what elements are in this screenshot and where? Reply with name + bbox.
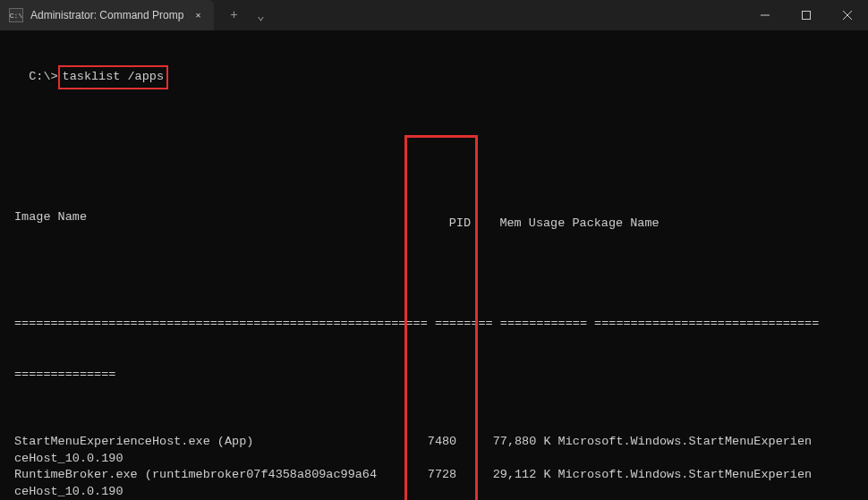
tab-title: Administrator: Command Promp (30, 9, 183, 21)
titlebar: C:\ Administrator: Command Promp ✕ + ⌄ (0, 0, 868, 30)
maximize-button[interactable] (786, 0, 827, 30)
tasklist-output: Image NamePID Mem Usage Package Name ===… (14, 142, 854, 500)
close-button[interactable] (827, 0, 868, 30)
window-controls (745, 0, 868, 30)
command-highlight: tasklist /apps (58, 65, 168, 89)
tab-actions: + ⌄ (214, 8, 268, 23)
table-row: RuntimeBroker.exe (runtimebroker07f4358a… (14, 467, 854, 484)
table-row: StartMenuExperienceHost.exe (App) 7480 7… (14, 434, 854, 451)
titlebar-left: C:\ Administrator: Command Promp ✕ + ⌄ (0, 0, 268, 30)
minimize-button[interactable] (745, 0, 786, 30)
header-row: Image NamePID Mem Usage Package Name (14, 209, 854, 233)
cmd-icon: C:\ (9, 8, 23, 22)
tab-dropdown-button[interactable]: ⌄ (253, 8, 268, 23)
header-pkg: Package Name (572, 216, 659, 230)
header-pid: PID (399, 216, 471, 233)
separator: ============== (14, 367, 854, 384)
header-image-name: Image Name (14, 209, 399, 226)
terminal-tab[interactable]: C:\ Administrator: Command Promp ✕ (0, 0, 214, 30)
separator: ========================================… (14, 316, 854, 333)
table-row-wrap: ceHost_10.0.190 (14, 451, 854, 468)
prompt-prefix: C:\> (29, 70, 57, 83)
new-tab-button[interactable]: + (226, 8, 241, 22)
header-mem: Mem Usage (499, 216, 565, 230)
svg-rect-1 (803, 12, 811, 20)
prompt-line: C:\>tasklist /apps (29, 65, 168, 89)
table-row-wrap: ceHost_10.0.190 (14, 484, 854, 500)
tab-close-button[interactable]: ✕ (191, 8, 205, 22)
terminal-output[interactable]: C:\>tasklist /apps Image NamePID Mem Usa… (0, 30, 868, 500)
